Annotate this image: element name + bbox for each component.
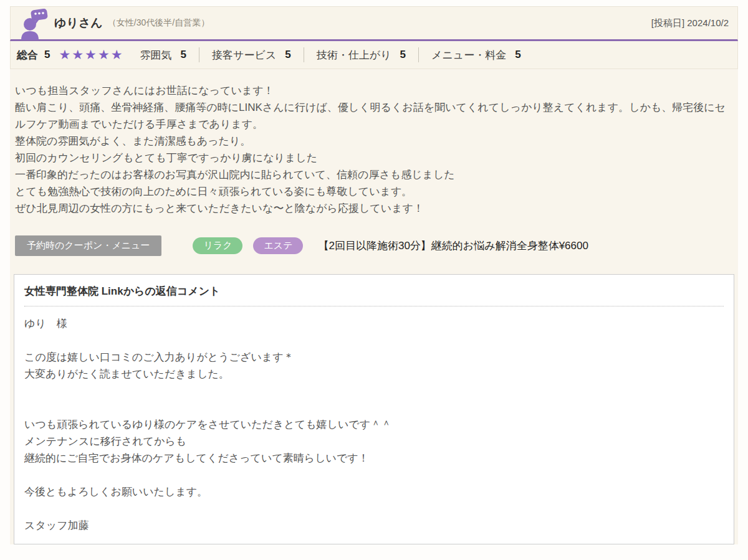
rating-item-technique: 技術・仕上がり 5 <box>317 47 431 62</box>
post-date: [投稿日] 2024/10/2 <box>651 17 729 29</box>
rating-category-score: 5 <box>181 49 186 61</box>
rating-category-score: 5 <box>285 49 290 61</box>
salon-reply-box: 女性専門整体院 Linkからの返信コメント ゆり 様 この度は嬉しい口コミのご入… <box>14 274 734 544</box>
overall-rating-score: 5 <box>44 49 50 61</box>
vertical-divider <box>418 47 419 62</box>
rating-category-label: 雰囲気 <box>140 48 172 62</box>
vertical-divider <box>199 47 199 62</box>
rating-item-menu-price: メニュー・料金 5 <box>431 48 521 62</box>
rating-category-label: メニュー・料金 <box>431 48 506 62</box>
vertical-divider <box>304 47 304 62</box>
overall-rating-label: 総合 <box>17 48 38 62</box>
rating-category-label: 技術・仕上がり <box>317 48 391 62</box>
salon-reply-title: 女性専門整体院 Linkからの返信コメント <box>24 284 724 306</box>
review-header: ゆりさん （女性/30代後半/自営業） [投稿日] 2024/10/2 <box>10 6 738 41</box>
review-body-text: いつも担当スタッフさんにはお世話になっています！ 酷い肩こり、頭痛、坐骨神経痛、… <box>10 69 738 217</box>
rating-category-score: 5 <box>400 49 406 61</box>
rating-item-atmosphere: 雰囲気 5 <box>140 47 212 62</box>
coupon-menu-button[interactable]: 予約時のクーポン・メニュー <box>15 235 161 256</box>
rating-item-service: 接客サービス 5 <box>212 47 317 62</box>
rating-category-label: 接客サービス <box>212 48 276 62</box>
coupon-row: 予約時のクーポン・メニュー リラク エステ 【2回目以降施術30分】継続的お悩み… <box>15 235 733 256</box>
rating-bar: 総合 5 ★★★★★ 雰囲気 5 接客サービス 5 技術・仕上がり 5 メニュー… <box>10 41 738 69</box>
rating-category-score: 5 <box>515 49 520 61</box>
genre-badge-esthe: エステ <box>253 237 303 254</box>
genre-badge-relax: リラク <box>193 237 242 254</box>
genre-badges: リラク エステ <box>193 237 303 254</box>
user-avatar-icon <box>19 9 49 40</box>
star-rating-icons: ★★★★★ <box>59 47 123 62</box>
review-card: ゆりさん （女性/30代後半/自営業） [投稿日] 2024/10/2 総合 5… <box>10 6 738 544</box>
coupon-menu-text: 【2回目以降施術30分】継続的お悩み解消全身整体¥6600 <box>318 239 588 253</box>
user-profile: （女性/30代後半/自営業） <box>108 17 209 29</box>
salon-reply-body: ゆり 様 この度は嬉しい口コミのご入力ありがとうございます＊ 大変ありがたく読ま… <box>24 315 724 534</box>
user-name: ゆりさん <box>54 15 103 31</box>
